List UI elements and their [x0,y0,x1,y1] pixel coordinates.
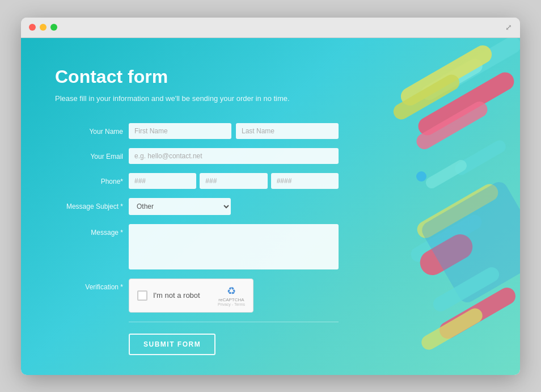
maximize-button[interactable] [50,24,57,31]
minimize-button[interactable] [40,24,47,31]
your-name-row: Your Name [55,123,339,139]
recaptcha-links: Privacy - Terms [218,302,245,306]
page-subtitle: Please fill in your information and we'l… [55,94,339,103]
close-button[interactable] [29,24,36,31]
verification-label: Verification * [55,279,123,291]
phone-input-3[interactable] [271,173,339,189]
email-input[interactable] [129,148,339,164]
form-area: Contact form Please fill in your informa… [21,38,373,375]
captcha-container: I'm not a robot ♻ reCAPTCHA Privacy - Te… [129,279,253,313]
browser-content: Contact form Please fill in your informa… [21,38,520,375]
phone-inputs [129,173,339,189]
first-name-input[interactable] [129,123,231,139]
last-name-input[interactable] [236,123,339,139]
message-label: Message * [55,224,123,237]
phone-row: Phone* [55,173,339,189]
your-name-inputs [129,123,339,139]
message-subject-row: Message Subject * General Inquiry Suppor… [55,198,339,215]
recaptcha-logo: ♻ reCAPTCHA Privacy - Terms [218,285,245,306]
recaptcha-text: reCAPTCHA [218,297,244,302]
phone-input-2[interactable] [200,173,267,189]
your-email-label: Your Email [55,148,123,161]
your-email-row: Your Email [55,148,339,164]
titlebar: ⤢ [21,18,520,38]
phone-label: Phone* [55,173,123,186]
captcha-box[interactable]: I'm not a robot ♻ reCAPTCHA Privacy - Te… [129,279,253,313]
message-subject-label: Message Subject * [55,198,123,210]
page-title: Contact form [55,66,339,87]
submit-button[interactable]: SUBMIT FORM [129,334,215,355]
message-row: Message * [55,224,339,269]
message-subject-select[interactable]: General Inquiry Support Sales Other [129,198,231,215]
recaptcha-icon: ♻ [227,285,236,297]
captcha-checkbox[interactable] [137,290,147,301]
message-textarea[interactable] [129,224,339,269]
message-subject-inputs: General Inquiry Support Sales Other [129,198,339,215]
expand-icon[interactable]: ⤢ [505,23,512,32]
your-name-label: Your Name [55,123,123,136]
captcha-label: I'm not a robot [153,291,212,300]
your-email-inputs [129,148,339,164]
form-divider [129,322,339,322]
browser-window: ⤢ [21,18,520,375]
verification-row: Verification * I'm not a robot ♻ reCAPTC… [55,279,339,313]
message-inputs [129,224,339,269]
phone-input-1[interactable] [129,173,196,189]
